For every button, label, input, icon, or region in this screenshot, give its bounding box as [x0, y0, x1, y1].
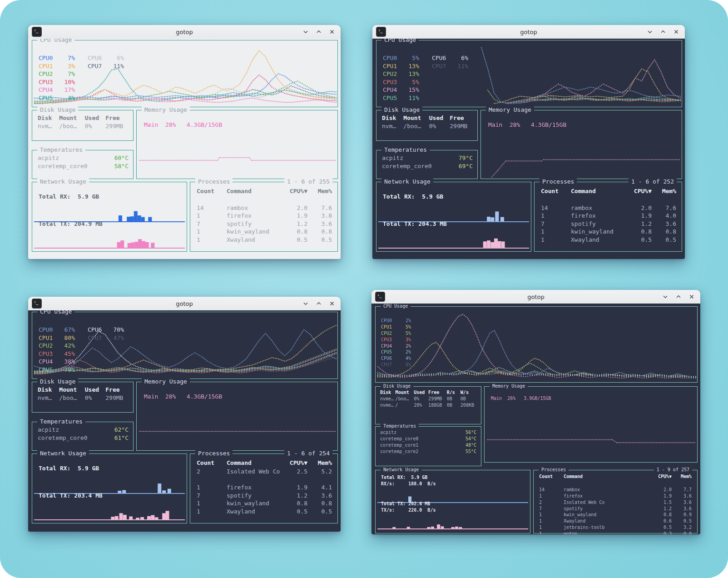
sort-by-mem[interactable]: Mem%	[652, 188, 676, 194]
cpu-legend-item: CPU511%	[383, 94, 419, 102]
process-row[interactable]: 7spotify1.23.6	[197, 220, 332, 228]
total-tx: Total TX: 203.4 MB	[39, 492, 103, 499]
maximize-button[interactable]	[676, 294, 681, 299]
panel-processes: Processes 1 - 6 of 254 Count Command CPU…	[190, 453, 338, 523]
minimize-button[interactable]	[663, 294, 668, 299]
titlebar[interactable]: ›_ gotop	[28, 25, 341, 39]
panel-temperatures: Temperatures acpitz60°Ccoretemp_core058°…	[32, 150, 134, 179]
titlebar[interactable]: ›_ gotop	[371, 290, 700, 304]
process-row[interactable]: 1Xwayland0.60.5	[539, 518, 692, 524]
process-row[interactable]: 14rambox2.07.6	[541, 204, 676, 212]
process-row[interactable]	[539, 480, 692, 487]
rx-chart	[34, 476, 185, 494]
cpu-legend-item: CPU579%	[39, 366, 75, 374]
process-row[interactable]	[197, 196, 332, 204]
process-row[interactable]: 1firefox1.94.0	[541, 212, 676, 220]
maximize-button[interactable]	[660, 29, 666, 35]
window-title: gotop	[372, 29, 685, 35]
gotop-ui: CPU Usage CPU02%CPU15%CPU25%CPU33%CPU42%…	[371, 304, 700, 534]
panel-title: Disk Usage	[37, 106, 78, 113]
process-row[interactable]: 14rambox2.07.6	[197, 204, 332, 212]
cpu-legend: CPU02%CPU15%CPU25%CPU33%CPU42%CPU52%CPU6…	[381, 318, 411, 368]
sort-by-cpu[interactable]: CPU%▼	[652, 474, 672, 479]
window-gotop-3: ›_ gotop CPU Usage CPU067%CPU180%CPU242%…	[28, 297, 341, 532]
process-row[interactable]: 1gotop0.30.0	[539, 531, 692, 534]
process-row[interactable]: 1jetbrains-toolb0.53.2	[539, 524, 692, 531]
window-title: gotop	[28, 300, 341, 307]
titlebar[interactable]: ›_ gotop	[28, 297, 341, 311]
disk-row: nvm…/boo…0%299MB	[38, 122, 129, 130]
process-row[interactable]	[197, 476, 332, 484]
minimize-button[interactable]	[303, 301, 308, 306]
cpu-legend-item: CPU13%	[39, 62, 75, 70]
cpu-legend: CPU07%CPU13%CPU27%CPU310%CPU417%CPU54%CP…	[39, 54, 124, 102]
process-row[interactable]: 14rambox2.07.7	[539, 487, 692, 493]
process-table: 2Isolated Web Co2.55.21firefox1.94.17spo…	[197, 468, 332, 515]
sort-by-cpu[interactable]: CPU%▼	[286, 188, 307, 194]
process-row[interactable]: 1Xwayland0.50.5	[541, 236, 676, 244]
cpu-legend-item: CPU64%	[381, 355, 411, 362]
close-button[interactable]	[689, 294, 694, 299]
process-row[interactable]: 1Xwayland0.50.5	[197, 508, 332, 516]
process-table: 14rambox2.07.61firefox1.93.87spotify1.23…	[197, 196, 332, 244]
process-row[interactable]: 2Isolated Web Co2.55.2	[197, 468, 332, 476]
cpu-legend-item: CPU35%	[383, 78, 419, 86]
cpu-legend-item: CPU66%	[88, 54, 124, 62]
process-row[interactable]: 1firefox1.93.6	[539, 493, 692, 499]
cpu-legend-item: CPU52%	[381, 349, 411, 355]
cpu-legend: CPU05%CPU113%CPU213%CPU35%CPU415%CPU511%…	[383, 54, 468, 102]
process-row[interactable]: 1kwin_wayland0.80.8	[541, 228, 676, 236]
total-rx: Total RX: 5.9 GB	[39, 465, 99, 472]
temperature-row: coretemp_core255°C	[380, 448, 476, 455]
process-range: 1 - 6 of 254	[284, 450, 332, 457]
minimize-button[interactable]	[303, 29, 308, 35]
sort-by-mem[interactable]: Mem%	[672, 474, 692, 479]
maximize-button[interactable]	[316, 301, 322, 306]
memory-main-row: Main 26% 3.9GB/15GB	[491, 396, 551, 401]
panel-title: Processes	[195, 450, 233, 457]
sort-by-cpu[interactable]: CPU%▼	[286, 459, 307, 466]
cpu-legend-item: CPU711%	[432, 62, 468, 70]
cpu-legend-item: CPU42%	[381, 343, 411, 349]
cpu-legend-item: CPU345%	[39, 350, 75, 358]
process-row[interactable]: 1firefox1.93.8	[197, 212, 332, 220]
panel-title: Temperatures	[381, 424, 419, 429]
minimize-button[interactable]	[647, 29, 653, 35]
process-row[interactable]: 1kwin_wayland0.80.8	[197, 228, 332, 236]
temperature-row: acpitz60°C	[38, 154, 129, 162]
cpu-legend-item: CPU213%	[383, 70, 419, 78]
panel-title: Temperatures	[381, 146, 430, 153]
panel-title: Disk Usage	[381, 384, 413, 389]
titlebar[interactable]: ›_ gotop	[372, 25, 685, 39]
process-row[interactable]: 1kwin_wayland0.80.9	[539, 512, 692, 518]
maximize-button[interactable]	[316, 29, 322, 35]
process-row[interactable]: 1kwin_wayland0.80.8	[197, 499, 332, 508]
close-button[interactable]	[674, 29, 679, 35]
panel-network-usage: Network Usage Total RX: 5.9 GB Total TX:…	[32, 453, 187, 523]
process-row[interactable]: 1firefox1.94.1	[197, 483, 332, 492]
process-range: 1 - 9 of 257	[654, 467, 692, 472]
close-button[interactable]	[329, 301, 335, 306]
sort-by-mem[interactable]: Mem%	[307, 188, 332, 194]
process-row[interactable]: 2Isolated Web Co1.53.6	[539, 499, 692, 506]
close-button[interactable]	[329, 29, 335, 35]
sort-by-mem[interactable]: Mem%	[307, 459, 332, 466]
process-range: 1 - 6 of 255	[284, 178, 332, 185]
temperature-row: coretemp_core148°C	[380, 442, 476, 448]
process-row[interactable]: 7spotify1.23.6	[539, 506, 692, 512]
panel-processes: Processes 1 - 9 of 257 Count Command CPU…	[533, 470, 698, 533]
window-controls	[303, 301, 341, 306]
gotop-ui: CPU Usage CPU05%CPU113%CPU213%CPU35%CPU4…	[372, 39, 685, 259]
disk-table: DiskMountUsedFreenvm…/boo…0%299MB	[382, 114, 474, 130]
process-row[interactable]: 7spotify1.23.6	[197, 492, 332, 500]
disk-row: nvme…/boo…0%299MB0B0B	[380, 396, 477, 402]
sort-by-cpu[interactable]: CPU%▼	[630, 188, 652, 194]
window-title: gotop	[28, 29, 341, 35]
process-row[interactable]: 7spotify1.23.6	[541, 220, 676, 228]
process-row[interactable]	[541, 196, 676, 204]
total-rx: Total RX: 5.9 GB	[383, 193, 443, 200]
disk-row: nvme…/20%188GB0B208KB	[380, 402, 477, 409]
process-row[interactable]: 1Xwayland0.50.5	[197, 236, 332, 244]
panel-network-usage: Network Usage Total RX: 5.9 GB RX/s: 188…	[375, 470, 530, 533]
gotop-ui: CPU Usage CPU07%CPU13%CPU27%CPU310%CPU41…	[28, 39, 341, 259]
